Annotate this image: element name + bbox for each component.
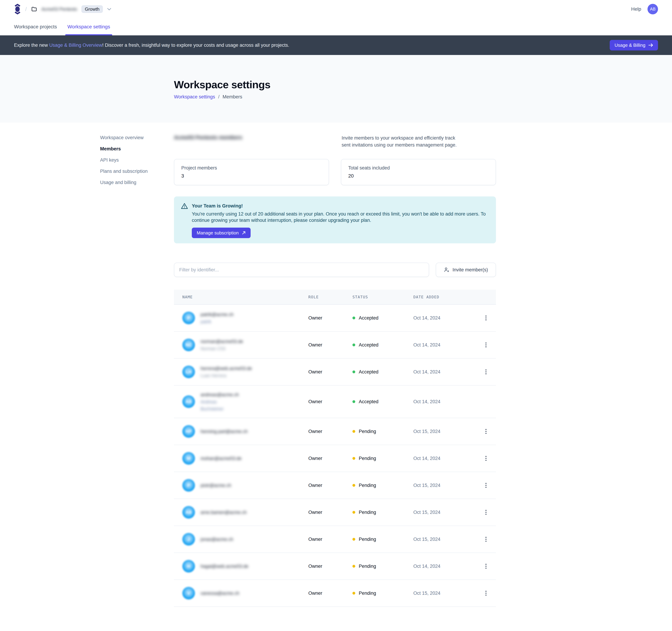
help-link[interactable]: Help	[631, 6, 641, 12]
row-menu-button[interactable]	[483, 313, 488, 323]
member-email: hagai@web.acme53.de	[200, 563, 248, 569]
status-dot-icon	[353, 538, 355, 541]
member-role: Owner	[308, 429, 353, 434]
member-status: Pending	[353, 456, 413, 461]
member-name-cell: HP henning.part@acme.ch	[182, 421, 308, 442]
chevron-down-icon[interactable]	[107, 8, 111, 10]
member-role: Owner	[308, 483, 353, 488]
member-date-added: Oct 14, 2024	[413, 315, 483, 321]
banner-text-before: Explore the new	[14, 43, 49, 48]
row-menu-button[interactable]	[483, 341, 488, 349]
invite-members-button[interactable]: Invite member(s)	[436, 263, 496, 277]
member-date-added: Oct 15, 2024	[413, 483, 483, 488]
member-name-cell: P piotr@acme.ch	[182, 475, 308, 496]
table-row: NC norman@acme53.de Norman C53 Owner Acc…	[174, 332, 496, 358]
member-role: Owner	[308, 590, 353, 596]
page-title-section: Workspace settings Workspace settings / …	[0, 55, 672, 122]
member-status: Accepted	[353, 399, 413, 404]
member-avatar: P	[182, 479, 195, 492]
tab-workspace-projects[interactable]: Workspace projects	[14, 18, 57, 36]
table-row: HP henning.part@acme.ch Owner Pending Oc…	[174, 418, 496, 445]
manage-subscription-button[interactable]: Manage subscription	[192, 228, 250, 238]
workspace-tabs: Workspace projects Workspace settings	[0, 18, 672, 36]
status-label: Accepted	[359, 342, 379, 348]
row-menu-button[interactable]	[483, 589, 488, 598]
member-role: Owner	[308, 399, 353, 404]
path-separator: /	[25, 6, 27, 13]
status-dot-icon	[353, 344, 355, 346]
column-header-role: ROLE	[308, 295, 353, 299]
member-name-cell: P patrik@acme.ch patrik	[182, 307, 308, 329]
member-status: Pending	[353, 537, 413, 542]
member-role: Owner	[308, 342, 353, 348]
org-name: Acme53 Pentests	[42, 6, 77, 12]
status-label: Pending	[359, 590, 376, 596]
members-section-head: Acme53 Pentests members Invite members t…	[174, 135, 496, 148]
member-sub-label: Norman C53	[200, 346, 243, 351]
table-row: AB arne.bamen@acme.ch Owner Pending Oct …	[174, 499, 496, 526]
member-avatar: LH	[182, 366, 195, 378]
sidebar-item-workspace-overview[interactable]: Workspace overview	[100, 135, 167, 141]
invite-members-label: Invite member(s)	[453, 267, 488, 273]
members-table-header: NAME ROLE STATUS DATE ADDED	[174, 289, 496, 305]
member-date-added: Oct 14, 2024	[413, 342, 483, 348]
row-menu-button[interactable]	[483, 367, 488, 376]
sidebar-item-api-keys[interactable]: API keys	[100, 157, 167, 163]
row-menu-button[interactable]	[483, 508, 488, 517]
status-label: Accepted	[359, 399, 379, 404]
tab-workspace-settings[interactable]: Workspace settings	[67, 18, 110, 36]
content-area: Workspace overview Members API keys Plan…	[0, 122, 672, 607]
user-avatar[interactable]: AB	[648, 4, 658, 14]
breadcrumb-separator: /	[218, 94, 220, 99]
member-email: norman@acme53.de	[200, 338, 243, 344]
member-date-added: Oct 15, 2024	[413, 537, 483, 542]
arrow-right-icon	[648, 43, 653, 48]
status-label: Pending	[359, 537, 376, 542]
table-row: M mohan@acme53.de Owner Pending Oct 14, …	[174, 445, 496, 472]
breadcrumb: Workspace settings / Members	[174, 94, 672, 100]
status-dot-icon	[353, 400, 355, 403]
member-stats: Project members 3 Total seats included 2…	[174, 159, 496, 185]
breadcrumb-workspace-settings-link[interactable]: Workspace settings	[174, 94, 215, 99]
sidebar-item-members[interactable]: Members	[100, 146, 167, 152]
banner-text: Explore the new Usage & Billing Overview…	[14, 43, 289, 48]
row-menu-button[interactable]	[483, 481, 488, 490]
member-sub-label: Buchsteiner	[200, 406, 239, 412]
environment-badge[interactable]: Growth	[81, 5, 103, 13]
member-email: patrik@acme.ch	[200, 311, 234, 318]
filter-input[interactable]	[174, 263, 429, 277]
sidebar-item-usage-billing[interactable]: Usage and billing	[100, 179, 167, 186]
member-email: henning.part@acme.ch	[200, 428, 248, 435]
member-date-added: Oct 15, 2024	[413, 510, 483, 515]
page-title: Workspace settings	[174, 79, 672, 91]
breadcrumb-current: Members	[223, 94, 242, 99]
member-avatar: P	[182, 312, 195, 324]
row-menu-button[interactable]	[483, 427, 488, 436]
member-avatar: AB	[182, 395, 195, 408]
members-table: NAME ROLE STATUS DATE ADDED P patrik@acm…	[174, 289, 496, 607]
member-status: Pending	[353, 590, 413, 596]
usage-billing-button[interactable]: Usage & Billing	[610, 40, 658, 50]
stat-value: 20	[348, 173, 488, 179]
top-header: / Acme53 Pentests Growth Help AB	[0, 0, 672, 18]
member-avatar: J	[182, 533, 195, 545]
member-role: Owner	[308, 315, 353, 321]
member-role: Owner	[308, 537, 353, 542]
usage-billing-overview-link[interactable]: Usage & Billing Overview	[49, 43, 102, 48]
member-status: Accepted	[353, 369, 413, 375]
status-dot-icon	[353, 317, 355, 319]
row-menu-button[interactable]	[483, 535, 488, 544]
members-toolbar: Invite member(s)	[174, 263, 496, 277]
member-name-cell: LH herrera@web.acme53.de Luan Herrera	[182, 361, 308, 382]
member-avatar: M	[182, 452, 195, 465]
member-email: mohan@acme53.de	[200, 455, 242, 461]
row-menu-button[interactable]	[483, 562, 488, 571]
member-email: herrera@web.acme53.de	[200, 366, 252, 371]
members-main: Acme53 Pentests members Invite members t…	[174, 122, 496, 607]
row-menu-button[interactable]	[483, 454, 488, 463]
sidebar-item-plans-subscription[interactable]: Plans and subscription	[100, 168, 167, 174]
app-logo-icon[interactable]	[14, 4, 21, 14]
app-root: / Acme53 Pentests Growth Help AB Workspa…	[0, 0, 672, 631]
member-name-cell: NC norman@acme53.de Norman C53	[182, 334, 308, 356]
member-status: Accepted	[353, 315, 413, 321]
